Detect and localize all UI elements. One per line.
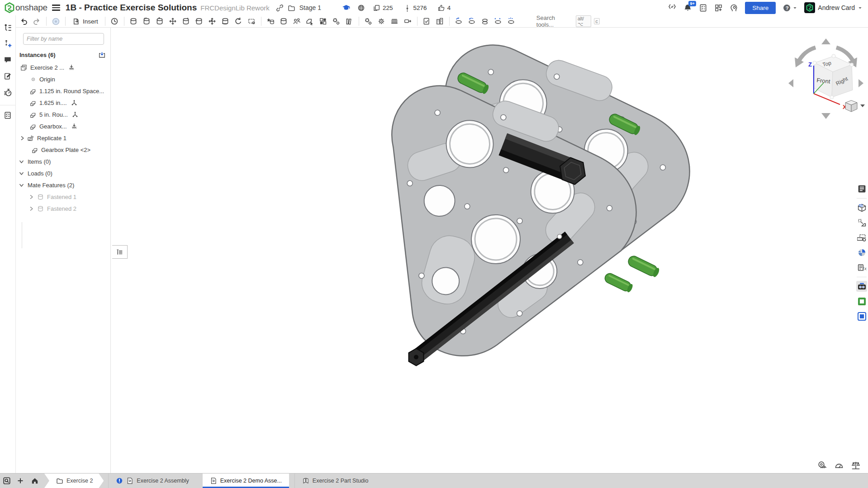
tab-exercise2-demo-assembly[interactable]: Exercise 2 Demo Asse... bbox=[203, 474, 289, 488]
versions-history-icon[interactable] bbox=[2, 22, 13, 33]
tree-item-part[interactable]: 5 in. Rou... bbox=[16, 109, 110, 120]
section-loads[interactable]: Loads (0) bbox=[16, 167, 110, 179]
tag-icon[interactable] bbox=[402, 16, 414, 27]
cylindrical-mate-icon[interactable] bbox=[180, 16, 192, 27]
version-label[interactable]: Stage 1 bbox=[299, 4, 321, 11]
section-items[interactable]: Items (0) bbox=[16, 156, 110, 167]
transform-panel-icon[interactable] bbox=[856, 217, 867, 228]
green-library-app-icon[interactable] bbox=[856, 296, 867, 307]
redo-button[interactable] bbox=[31, 16, 43, 27]
tree-item-replicate[interactable]: Replicate 1 bbox=[16, 132, 110, 144]
mass-properties-icon[interactable] bbox=[851, 460, 861, 470]
tree-item-part[interactable]: Gearbox... bbox=[16, 120, 110, 132]
tab-exercise2-part-studio[interactable]: Exercise 2 Part Studio bbox=[294, 474, 376, 488]
planar-mate-icon[interactable] bbox=[167, 16, 179, 27]
display-states-icon[interactable] bbox=[492, 16, 504, 27]
snapshot-icon[interactable] bbox=[505, 16, 517, 27]
release-notes-icon[interactable] bbox=[2, 71, 13, 81]
view-cube[interactable]: Top Front Right Z X bbox=[786, 36, 866, 121]
copies-stat[interactable]: 225 bbox=[373, 4, 393, 12]
bom-panel-icon[interactable] bbox=[856, 202, 867, 213]
mate-point-marker[interactable] bbox=[557, 234, 562, 239]
document-title[interactable]: 1B - Practice Exercise Solutions bbox=[66, 3, 197, 13]
instances-header[interactable]: Instances (6) bbox=[16, 49, 110, 62]
user-menu[interactable]: Andrew Card bbox=[804, 2, 863, 13]
pin-slot-mate-icon[interactable] bbox=[193, 16, 205, 27]
tangent-mate-icon[interactable] bbox=[232, 16, 245, 27]
animate-icon[interactable] bbox=[479, 16, 491, 27]
filter-input[interactable] bbox=[23, 33, 104, 45]
in-context-edit-icon[interactable] bbox=[304, 16, 316, 27]
manage-people-icon[interactable] bbox=[291, 16, 303, 27]
standard-content-icon[interactable] bbox=[343, 16, 356, 27]
mate-time-icon[interactable] bbox=[109, 16, 121, 27]
tree-item-assembly-root[interactable]: Exercise 2 ... bbox=[16, 62, 110, 73]
chevron-right-icon[interactable] bbox=[28, 194, 34, 200]
rotate-up-arrow[interactable] bbox=[821, 38, 830, 44]
tree-item-part[interactable]: Gearbox Plate <2> bbox=[16, 144, 110, 156]
section-mate-features[interactable]: Mate Features (2) bbox=[16, 179, 110, 191]
3d-viewport[interactable]: Top Front Right Z X bbox=[111, 28, 868, 473]
ball-mate-icon[interactable] bbox=[206, 16, 218, 27]
gear-tools-icon[interactable] bbox=[362, 16, 375, 27]
tree-item-origin[interactable]: Origin bbox=[16, 73, 110, 85]
rack-icon[interactable] bbox=[389, 16, 401, 27]
drawing-icon[interactable] bbox=[421, 16, 433, 27]
tab-manager-icon[interactable] bbox=[0, 474, 14, 488]
tab-exercise2-assembly[interactable]: Exercise 2 Assembly bbox=[108, 474, 196, 488]
app-store-icon[interactable] bbox=[714, 4, 723, 12]
revolute-mate-icon[interactable] bbox=[141, 16, 153, 27]
view-cube-front-label[interactable]: Front bbox=[816, 76, 831, 85]
rotate-left-arrow[interactable] bbox=[788, 79, 793, 87]
feature-list-panel-icon[interactable] bbox=[856, 183, 867, 194]
tasks-checklist-icon[interactable] bbox=[2, 110, 13, 121]
create-version-icon[interactable] bbox=[2, 38, 13, 49]
share-button[interactable]: Share bbox=[745, 2, 776, 14]
new-tab-button[interactable] bbox=[14, 474, 27, 488]
rotate-right-arrow[interactable] bbox=[859, 79, 863, 87]
tree-item-part[interactable]: 1.125 in. Round Space... bbox=[16, 85, 110, 97]
configuration-panel-icon[interactable] bbox=[856, 262, 867, 273]
publication-icon[interactable] bbox=[434, 16, 446, 27]
history-timer-icon[interactable] bbox=[2, 87, 13, 98]
views-stat[interactable]: 5276 bbox=[403, 4, 427, 12]
home-tab-icon[interactable] bbox=[27, 474, 43, 488]
release-tasks-icon[interactable] bbox=[699, 4, 707, 12]
chevron-right-icon[interactable] bbox=[28, 206, 34, 212]
main-menu-icon[interactable] bbox=[52, 5, 60, 11]
group-icon[interactable] bbox=[265, 16, 277, 27]
learning-center-icon[interactable] bbox=[730, 4, 738, 12]
named-mate-icon[interactable] bbox=[278, 16, 290, 27]
insert-button[interactable]: Insert bbox=[69, 16, 102, 27]
tree-panel-handle[interactable] bbox=[112, 245, 128, 259]
rotate-down-arrow[interactable] bbox=[821, 113, 830, 119]
view-mode-cube-button[interactable] bbox=[845, 100, 865, 112]
chevron-down-icon[interactable] bbox=[19, 171, 24, 176]
protractor-icon[interactable] bbox=[834, 460, 844, 470]
pattern-icon[interactable] bbox=[317, 16, 329, 27]
tab-folder-exercise2[interactable]: Exercise 2 bbox=[44, 474, 104, 488]
help-menu[interactable] bbox=[783, 4, 797, 12]
tree-item-part[interactable]: 1.625 in.... bbox=[16, 97, 110, 109]
fastened-mate-icon[interactable] bbox=[128, 16, 140, 27]
mate-feature-fastened[interactable]: Fastened 1 bbox=[16, 191, 110, 203]
chevron-down-icon[interactable] bbox=[19, 159, 24, 165]
mate-feature-fastened[interactable]: Fastened 2 bbox=[16, 203, 110, 214]
chevron-down-icon[interactable] bbox=[19, 182, 24, 188]
parallel-mate-icon[interactable] bbox=[219, 16, 232, 27]
blue-library-app-icon[interactable] bbox=[856, 311, 867, 322]
notifications-button[interactable]: 9+ bbox=[683, 4, 692, 12]
mate-connector-icon[interactable] bbox=[246, 16, 258, 27]
chevron-right-icon[interactable] bbox=[19, 135, 25, 141]
named-positions-icon[interactable] bbox=[466, 16, 478, 27]
robot-app-icon[interactable] bbox=[856, 281, 867, 292]
search-tools[interactable]: Search tools... alt/⌥c bbox=[534, 16, 602, 26]
comments-icon[interactable] bbox=[2, 54, 13, 65]
exploded-view-icon[interactable] bbox=[453, 16, 465, 27]
slider-mate-icon[interactable] bbox=[154, 16, 166, 27]
undo-button[interactable] bbox=[18, 16, 30, 27]
rotate-ccw-arrow[interactable] bbox=[798, 47, 816, 62]
section-view-panel-icon[interactable] bbox=[856, 232, 867, 243]
onshape-logo-icon[interactable] bbox=[4, 2, 15, 14]
replicate-tool-icon[interactable] bbox=[330, 16, 342, 27]
